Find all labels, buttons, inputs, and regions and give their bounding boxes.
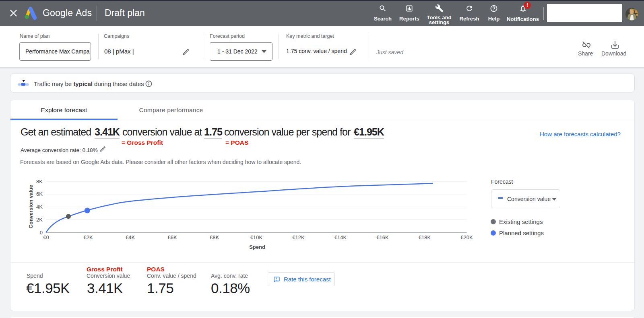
svg-text:8K: 8K	[36, 178, 43, 185]
svg-text:4K: 4K	[36, 204, 43, 210]
svg-text:€12K: €12K	[292, 234, 305, 240]
svg-text:€14K: €14K	[334, 234, 347, 240]
svg-text:€8K: €8K	[210, 234, 219, 240]
svg-text:€10K: €10K	[250, 234, 263, 240]
svg-text:Spend: Spend	[249, 244, 265, 250]
svg-text:€0: €0	[43, 234, 49, 240]
svg-text:€16K: €16K	[376, 234, 389, 240]
svg-text:€6K: €6K	[167, 234, 177, 240]
svg-text:6K: 6K	[36, 191, 43, 197]
svg-text:0: 0	[40, 230, 43, 236]
svg-text:€20K: €20K	[460, 234, 473, 240]
svg-text:2K: 2K	[36, 217, 43, 223]
svg-text:€4K: €4K	[126, 234, 135, 240]
svg-text:Conversion value: Conversion value	[28, 185, 34, 228]
svg-text:€2K: €2K	[83, 234, 93, 240]
svg-text:€18K: €18K	[419, 234, 431, 240]
